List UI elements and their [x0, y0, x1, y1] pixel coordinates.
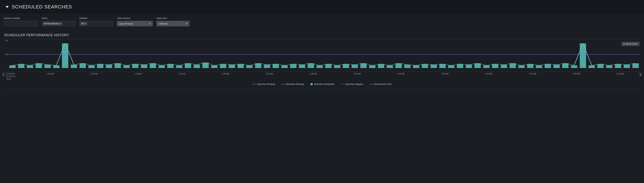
legend-item-pending[interactable]: Searches Pending: [253, 83, 275, 85]
chart-plot[interactable]: [8, 41, 640, 68]
legend-swatch: [370, 84, 372, 84]
legend-label: Searches Scheduled: [314, 83, 334, 85]
svg-rect-32: [290, 64, 296, 68]
svg-rect-57: [510, 63, 516, 68]
svg-rect-45: [404, 65, 410, 68]
x-axis-labels: 12:55 AMFri Feb 1020231:00 AM1:05 AM1:10…: [6, 73, 638, 80]
svg-rect-70: [624, 65, 630, 68]
svg-rect-26: [238, 64, 244, 68]
svg-rect-27: [246, 65, 252, 68]
filter-label: TIME UNIT: [156, 17, 190, 19]
time-range-select[interactable]: Last 24 hours: [117, 21, 153, 26]
svg-rect-54: [483, 65, 490, 68]
x-axis-row: ❮ 12:55 AMFri Feb 1020231:00 AM1:05 AM1:…: [2, 72, 642, 81]
svg-rect-35: [316, 65, 323, 68]
filter-apps: APPS All Non-internal ✕: [42, 17, 76, 26]
svg-rect-71: [632, 63, 639, 68]
svg-rect-68: [606, 65, 612, 68]
owner-chips-input[interactable]: All ✕: [79, 21, 113, 26]
svg-rect-63: [562, 63, 568, 68]
svg-rect-16: [150, 63, 156, 68]
chart-next-button[interactable]: ❯: [638, 73, 642, 76]
svg-rect-47: [422, 64, 428, 68]
svg-rect-2: [27, 65, 33, 68]
svg-rect-4: [44, 65, 50, 68]
svg-rect-52: [466, 65, 472, 68]
svg-rect-38: [343, 64, 349, 68]
svg-rect-49: [439, 64, 446, 68]
svg-rect-40: [360, 63, 366, 68]
zoom-out-icon: [623, 43, 625, 45]
page-title: SCHEDULED SEARCHES: [12, 4, 72, 10]
chart-legend: Searches Pending Searches Running Search…: [2, 81, 642, 88]
svg-rect-19: [176, 65, 182, 68]
svg-rect-10: [97, 64, 103, 68]
svg-rect-51: [457, 64, 463, 68]
svg-rect-14: [132, 64, 138, 68]
svg-rect-24: [220, 64, 226, 68]
svg-rect-59: [527, 64, 534, 68]
legend-item-running[interactable]: Searches Running: [282, 83, 304, 85]
reset-zoom-button[interactable]: Reset Zoom: [621, 42, 640, 46]
time-unit-select[interactable]: 1 Minute: [156, 21, 190, 26]
svg-rect-5: [53, 65, 60, 68]
close-icon[interactable]: ✕: [84, 22, 86, 25]
filter-owner: OWNER All ✕: [79, 17, 113, 26]
select-value: Last 24 hours: [119, 22, 133, 25]
svg-rect-58: [518, 65, 525, 68]
svg-rect-31: [281, 65, 288, 68]
svg-rect-23: [211, 65, 218, 68]
svg-rect-11: [106, 65, 112, 68]
legend-item-skipped[interactable]: Searches Skipped: [341, 83, 363, 85]
filter-label: APPS: [42, 17, 76, 19]
svg-rect-61: [544, 64, 551, 68]
svg-rect-44: [396, 63, 402, 68]
svg-rect-12: [114, 63, 121, 68]
svg-rect-33: [299, 65, 305, 68]
svg-rect-25: [229, 65, 235, 68]
svg-rect-7: [71, 65, 77, 68]
svg-rect-62: [554, 65, 560, 68]
svg-rect-6: [62, 43, 68, 68]
collapse-caret-icon[interactable]: [6, 6, 9, 8]
svg-rect-20: [185, 63, 191, 68]
search-name-input[interactable]: [4, 21, 38, 26]
legend-swatch: [253, 84, 256, 84]
legend-swatch: [341, 84, 344, 84]
svg-rect-28: [255, 63, 261, 68]
svg-rect-37: [334, 65, 340, 68]
apps-chips-input[interactable]: All Non-internal ✕: [42, 21, 76, 26]
filter-time-unit: TIME UNIT 1 Minute: [156, 17, 190, 26]
svg-rect-39: [352, 65, 358, 68]
svg-rect-21: [194, 65, 200, 68]
svg-rect-36: [325, 64, 332, 68]
svg-rect-42: [378, 64, 384, 68]
svg-rect-69: [615, 64, 621, 68]
chevron-down-icon: [149, 23, 151, 24]
select-value: 1 Minute: [158, 22, 168, 25]
svg-rect-53: [474, 63, 480, 68]
svg-rect-41: [369, 65, 375, 68]
close-icon[interactable]: ✕: [60, 22, 62, 25]
svg-rect-9: [88, 65, 94, 68]
legend-label: Searches Pending: [257, 83, 275, 85]
chart-prev-button[interactable]: ❮: [2, 73, 6, 76]
chip-label: All Non-internal: [44, 22, 59, 25]
svg-rect-67: [597, 64, 604, 68]
legend-label: Environment Limit: [374, 83, 391, 85]
svg-rect-66: [588, 65, 595, 68]
svg-rect-17: [158, 65, 165, 68]
chip-label: All: [81, 22, 84, 25]
svg-rect-64: [571, 65, 577, 68]
legend-item-limit[interactable]: Environment Limit: [370, 83, 391, 85]
filter-label: OWNER: [79, 17, 113, 19]
chip-apps[interactable]: All Non-internal ✕: [42, 22, 62, 25]
svg-rect-13: [124, 65, 130, 68]
legend-item-scheduled[interactable]: Searches Scheduled: [310, 83, 334, 85]
legend-label: Searches Running: [286, 83, 304, 85]
reset-zoom-label: Reset Zoom: [626, 43, 638, 45]
legend-swatch: [282, 84, 284, 84]
y-axis: 2040: [4, 41, 8, 68]
svg-rect-43: [387, 65, 393, 68]
chip-owner[interactable]: All ✕: [80, 22, 88, 25]
